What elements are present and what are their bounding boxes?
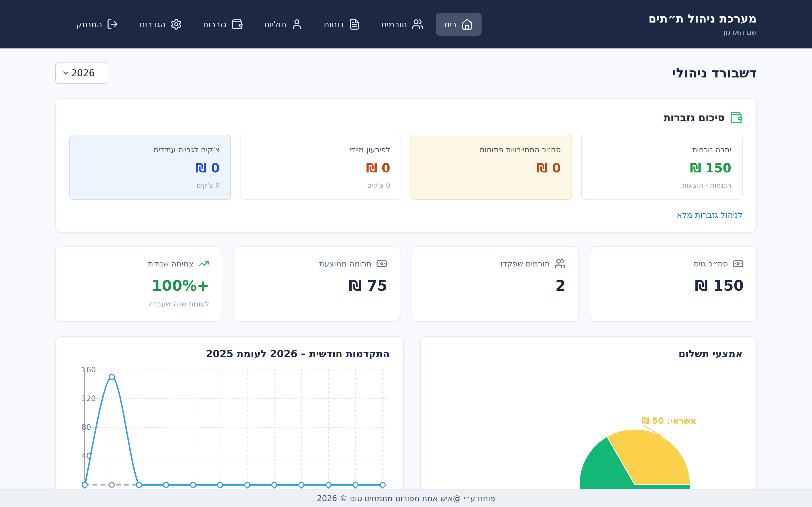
page-title: דשבורד ניהולי (672, 65, 757, 80)
treasury-box-current-balance: יתרה נוכחית 150 ₪ הכנסות - הוצאות (581, 135, 743, 200)
top-navbar: מערכת ניהול ת״תים שם הארגון בית תורמים ד… (0, 0, 812, 48)
settings-icon (170, 18, 182, 30)
stat-card-total-raised: סה״כ גויס 150 ₪ (590, 246, 757, 322)
treasury-box-value: 0 ₪ (81, 161, 220, 175)
treasury-box-open-commitments: סה״כ התחייבויות פתוחות 0 ₪ (410, 135, 572, 200)
nav-item-settings[interactable]: הגדרות (131, 13, 190, 36)
users-icon (412, 18, 423, 30)
stat-label: צמיחה שנתית (148, 259, 194, 269)
file-text-icon (349, 18, 360, 30)
page-footer: פותח ע״י @איש אמת מפורום מתמחים טופ © 20… (0, 489, 812, 507)
treasury-summary-header: סיכום גזברות (69, 111, 743, 124)
banknote-icon (732, 258, 744, 269)
org-name: שם הארגון (649, 28, 757, 36)
stat-label: סה״כ גויס (694, 259, 728, 269)
stat-value: +100% (68, 277, 209, 294)
stat-card-average-donation: תרומה ממוצעת 75 ₪ (234, 246, 400, 322)
payment-methods-pie-chart: אשראי: 50 ₪ (434, 365, 743, 507)
svg-text:80: 80 (82, 423, 91, 432)
page-header: דשבורד ניהולי 2026 (55, 62, 757, 84)
wallet-icon (730, 111, 743, 124)
treasury-box-label: לפירעון מיידי (251, 145, 390, 154)
nav-item-reports[interactable]: דוחות (315, 13, 369, 36)
footer-credit: פותח ע״י @איש אמת מפורום מתמחים טופ © 20… (317, 494, 495, 503)
treasury-box-subtext: 0 צ'קים (81, 181, 220, 189)
monthly-progress-line-chart: 04080120160 (69, 365, 390, 497)
treasury-box-value: 0 ₪ (422, 161, 561, 175)
nav-item-label: התנתק (76, 19, 102, 29)
stat-card-active-donors: תורמים שפקדו 2 (412, 246, 578, 322)
nav-item-donors[interactable]: תורמים (373, 13, 432, 36)
stat-value: 75 ₪ (246, 277, 388, 294)
treasury-box-subtext: הכנסות - הוצאות (592, 181, 731, 189)
payment-methods-card: אמצעי תשלום אשראי: 50 ₪ (420, 336, 757, 507)
stat-card-yearly-growth: צמיחה שנתית +100% לעומת שנה שעברה (55, 246, 222, 322)
banknote-icon (376, 258, 388, 269)
stat-value: 150 ₪ (603, 277, 744, 294)
svg-text:אשראי: 50 ₪: אשראי: 50 ₪ (642, 416, 696, 426)
monthly-progress-card: התקדמות חודשית – 2026 לעומת 2025 0408012… (55, 336, 404, 498)
wallet-icon (231, 18, 243, 30)
svg-text:120: 120 (82, 394, 96, 403)
user-icon (291, 18, 303, 30)
stat-label: תורמים שפקדו (500, 259, 550, 269)
nav-item-label: הגדרות (139, 19, 165, 29)
nav-item-label: חוליות (264, 19, 286, 29)
brand: מערכת ניהול ת״תים שם הארגון (649, 12, 757, 36)
treasury-full-link[interactable]: לניהול גזברות מלא (677, 210, 743, 220)
treasury-box-label: יתרה נוכחית (592, 145, 731, 154)
nav-item-logout[interactable]: התנתק (68, 13, 127, 36)
year-select[interactable]: 2026 (55, 62, 108, 84)
treasury-box-value: 150 ₪ (592, 161, 731, 175)
payment-methods-title: אמצעי תשלום (434, 348, 743, 359)
users-icon (554, 258, 566, 269)
stat-value: 2 (424, 277, 566, 294)
nav-item-label: דוחות (324, 19, 344, 29)
treasury-box-future-checks: צ'קים לגבייה עתידית 0 ₪ 0 צ'קים (69, 135, 231, 200)
treasury-box-label: סה״כ התחייבויות פתוחות (422, 145, 561, 154)
monthly-progress-title: התקדמות חודשית – 2026 לעומת 2025 (69, 348, 390, 359)
treasury-boxes: יתרה נוכחית 150 ₪ הכנסות - הוצאות סה״כ ה… (69, 135, 743, 200)
svg-text:160: 160 (82, 365, 96, 374)
treasury-box-due-immediately: לפירעון מיידי 0 ₪ 0 צ'קים (240, 135, 402, 200)
nav-item-label: גזברות (203, 19, 227, 29)
trending-up-icon (198, 258, 209, 269)
charts-row: אמצעי תשלום אשראי: 50 ₪ התקדמות חודשית –… (55, 336, 757, 507)
nav-item-treasury[interactable]: גזברות (195, 13, 252, 36)
home-icon (461, 18, 473, 30)
chevron-down-icon (61, 69, 70, 77)
nav-item-groups[interactable]: חוליות (255, 13, 311, 36)
stats-row: סה״כ גויס 150 ₪ תורמים שפקדו 2 תרומה ממו… (55, 246, 757, 322)
stat-subtext: לעומת שנה שעברה (68, 300, 209, 308)
treasury-summary-title: סיכום גזברות (664, 112, 725, 123)
treasury-box-label: צ'קים לגבייה עתידית (81, 145, 220, 154)
main-nav: בית תורמים דוחות חוליות גזברות הגדרות הת… (68, 13, 481, 36)
treasury-box-value: 0 ₪ (251, 161, 390, 175)
nav-item-label: בית (444, 19, 457, 29)
stat-label: תרומה ממוצעת (319, 259, 371, 269)
year-select-value: 2026 (71, 68, 95, 78)
treasury-summary-card: סיכום גזברות יתרה נוכחית 150 ₪ הכנסות - … (55, 98, 757, 233)
dashboard-main: דשבורד ניהולי 2026 סיכום גזברות יתרה נוכ… (0, 48, 812, 507)
nav-item-home[interactable]: בית (436, 13, 481, 36)
app-title: מערכת ניהול ת״תים (649, 12, 757, 25)
nav-item-label: תורמים (381, 19, 407, 29)
treasury-box-subtext: 0 צ'קים (251, 181, 390, 189)
log-out-icon (107, 18, 118, 30)
